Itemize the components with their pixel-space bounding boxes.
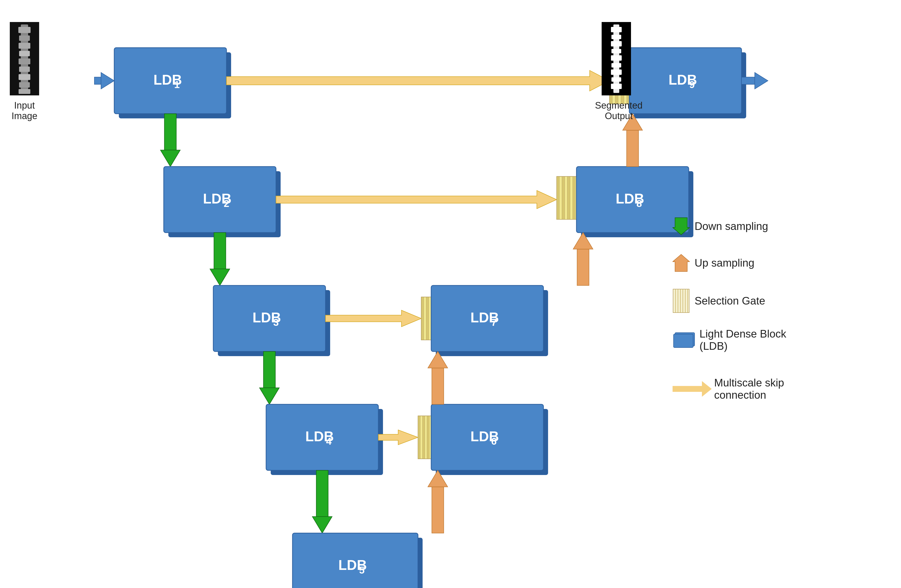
legend-up-sampling: Up sampling — [673, 252, 786, 274]
legend-ldb: Light Dense Block(LDB) — [673, 328, 786, 352]
svg-rect-32 — [673, 334, 693, 348]
svg-rect-4 — [19, 43, 30, 49]
svg-rect-14 — [611, 35, 621, 39]
svg-rect-18 — [611, 63, 621, 67]
ldb-label: Light Dense Block(LDB) — [700, 328, 786, 352]
svg-rect-21 — [611, 84, 622, 89]
up-sampling-label: Up sampling — [695, 257, 754, 269]
svg-rect-15 — [611, 41, 622, 47]
svg-rect-33 — [673, 386, 702, 392]
legend-multiscale-skip: Multiscale skipconnection — [673, 377, 786, 401]
legend: Down sampling Up sampling Selection Gate — [673, 215, 786, 401]
svg-rect-16 — [611, 49, 621, 53]
input-image-label: Input Image — [2, 100, 47, 121]
output-image — [602, 22, 631, 95]
down-sampling-label: Down sampling — [695, 220, 768, 232]
svg-rect-3 — [19, 36, 30, 41]
multiscale-skip-label: Multiscale skipconnection — [714, 377, 784, 401]
svg-rect-20 — [611, 77, 621, 82]
svg-rect-10 — [19, 89, 30, 94]
svg-rect-7 — [19, 67, 30, 72]
svg-rect-5 — [19, 51, 30, 56]
svg-marker-23 — [673, 254, 690, 271]
legend-down-sampling: Down sampling — [673, 215, 786, 237]
svg-rect-19 — [611, 69, 622, 75]
svg-marker-34 — [702, 381, 712, 397]
svg-rect-9 — [19, 82, 30, 87]
svg-rect-13 — [611, 27, 622, 32]
svg-rect-17 — [611, 55, 622, 61]
segmented-output-label: Segmented Output — [594, 100, 643, 121]
svg-rect-2 — [18, 27, 31, 33]
svg-marker-22 — [673, 218, 690, 235]
selection-gate-label: Selection Gate — [695, 295, 765, 307]
input-image — [10, 22, 39, 95]
svg-rect-8 — [19, 74, 30, 80]
legend-selection-gate: Selection Gate — [673, 289, 786, 313]
svg-rect-6 — [19, 58, 30, 64]
